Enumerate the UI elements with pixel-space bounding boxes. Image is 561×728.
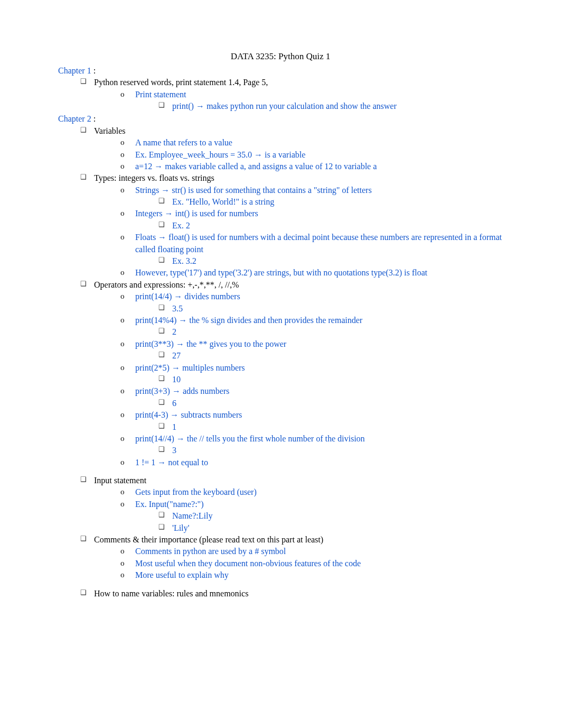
item-text: Operators and expressions: +,-,*,**, /, … bbox=[94, 279, 503, 291]
list-item: ❑ Variables bbox=[80, 125, 503, 137]
item-text: Input statement bbox=[94, 475, 503, 486]
list-item: o Comments in python are used by a # sym… bbox=[120, 546, 503, 557]
list-item: o a=12 → makes variable called a, and as… bbox=[120, 161, 503, 172]
list-item: ❑ 1 bbox=[158, 421, 503, 433]
item-text: print(2*5) → multiples numbers bbox=[135, 362, 503, 374]
list-item: o print(4-3) → subtracts numbers bbox=[120, 409, 503, 421]
list-item: o However, type('17') and type('3.2') ar… bbox=[120, 267, 503, 279]
list-item: ❑ Input statement bbox=[80, 475, 503, 486]
item-text: Strings → str() is used for something th… bbox=[135, 185, 503, 196]
square-bullet-icon: ❑ bbox=[80, 172, 85, 182]
circle-bullet-icon: o bbox=[120, 457, 126, 468]
list-item: ❑ Types: integers vs. floats vs. strings bbox=[80, 172, 503, 184]
item-text: Floats → float() is used for numbers wit… bbox=[135, 232, 503, 255]
square-bullet-icon: ❑ bbox=[158, 196, 163, 206]
list-item: o A name that refers to a value bbox=[120, 137, 503, 149]
square-bullet-icon: ❑ bbox=[158, 350, 163, 360]
list-item: o print(14/4) → divides numbers bbox=[120, 291, 503, 302]
list-item: ❑ Name?:Lily bbox=[158, 510, 503, 522]
item-text: Types: integers vs. floats vs. strings bbox=[94, 172, 503, 184]
square-bullet-icon: ❑ bbox=[158, 326, 163, 336]
list-item: ❑ 6 bbox=[158, 398, 503, 409]
item-text: Ex. Employee_week_hours = 35.0 → is a va… bbox=[135, 149, 503, 161]
item-text: More useful to explain why bbox=[135, 569, 503, 581]
item-text: print(3**3) → the ** gives you to the po… bbox=[135, 338, 503, 350]
item-text: Print statement bbox=[135, 89, 503, 100]
item-text: print(14//4) → the // tells you the firs… bbox=[135, 433, 503, 445]
square-bullet-icon: ❑ bbox=[158, 398, 163, 407]
list-item: ❑ Ex. 2 bbox=[158, 220, 503, 232]
colon: : bbox=[91, 66, 96, 75]
item-text: 10 bbox=[172, 374, 503, 385]
item-text: Ex. Input("name?:") bbox=[135, 499, 503, 510]
item-text: 6 bbox=[172, 398, 503, 409]
list-item: o print(14%4) → the % sign divides and t… bbox=[120, 315, 503, 326]
circle-bullet-icon: o bbox=[120, 89, 126, 100]
item-text: 27 bbox=[172, 350, 503, 362]
square-bullet-icon: ❑ bbox=[158, 255, 163, 265]
item-text: Comments in python are used by a # symbo… bbox=[135, 546, 503, 557]
item-text: Variables bbox=[94, 125, 503, 137]
list-item: o 1 != 1 → not equal to bbox=[120, 457, 503, 468]
list-item: o print(3**3) → the ** gives you to the … bbox=[120, 338, 503, 350]
list-item: ❑ 3 bbox=[158, 445, 503, 456]
item-text: 3 bbox=[172, 445, 503, 456]
item-text: Name?:Lily bbox=[172, 510, 503, 522]
colon: : bbox=[91, 114, 96, 123]
item-text: Ex. 3.2 bbox=[172, 255, 503, 267]
list-item: ❑ Ex. 3.2 bbox=[158, 255, 503, 267]
circle-bullet-icon: o bbox=[120, 486, 126, 497]
list-item: ❑ How to name variables: rules and mnemo… bbox=[80, 588, 503, 600]
circle-bullet-icon: o bbox=[120, 161, 126, 172]
page-title: DATA 3235: Python Quiz 1 bbox=[58, 50, 503, 63]
square-bullet-icon: ❑ bbox=[158, 445, 163, 454]
chapter-2-label: Chapter 2 bbox=[58, 114, 91, 123]
item-text: 1 != 1 → not equal to bbox=[135, 457, 503, 468]
circle-bullet-icon: o bbox=[120, 267, 126, 278]
circle-bullet-icon: o bbox=[120, 291, 126, 302]
square-bullet-icon: ❑ bbox=[158, 303, 163, 312]
circle-bullet-icon: o bbox=[120, 409, 126, 420]
item-text: 2 bbox=[172, 326, 503, 338]
chapter-2-heading: Chapter 2 : bbox=[58, 113, 503, 125]
square-bullet-icon: ❑ bbox=[158, 522, 163, 532]
square-bullet-icon: ❑ bbox=[80, 588, 85, 597]
list-item: o Integers → int() is used for numbers bbox=[120, 208, 503, 219]
square-bullet-icon: ❑ bbox=[158, 421, 163, 431]
list-item: o More useful to explain why bbox=[120, 569, 503, 581]
item-text: print() → makes python run your calculat… bbox=[172, 100, 503, 112]
item-text: Comments & their importance (please read… bbox=[94, 534, 503, 546]
square-bullet-icon: ❑ bbox=[80, 77, 85, 86]
circle-bullet-icon: o bbox=[120, 315, 126, 326]
item-text: 1 bbox=[172, 421, 503, 433]
list-item: o Print statement bbox=[120, 89, 503, 100]
circle-bullet-icon: o bbox=[120, 558, 126, 569]
item-text: print(14/4) → divides numbers bbox=[135, 291, 503, 302]
item-text: However, type('17') and type('3.2') are … bbox=[135, 267, 503, 279]
circle-bullet-icon: o bbox=[120, 185, 126, 196]
item-text: Ex. "Hello, World!" is a string bbox=[172, 196, 503, 208]
item-text: 'Lily' bbox=[172, 522, 503, 534]
list-item: ❑ 27 bbox=[158, 350, 503, 362]
circle-bullet-icon: o bbox=[120, 208, 126, 219]
chapter-1-heading: Chapter 1 : bbox=[58, 65, 503, 77]
square-bullet-icon: ❑ bbox=[158, 510, 163, 520]
circle-bullet-icon: o bbox=[120, 137, 126, 148]
list-item: ❑ 10 bbox=[158, 374, 503, 385]
list-item: ❑ 3.5 bbox=[158, 303, 503, 315]
list-item: o print(14//4) → the // tells you the fi… bbox=[120, 433, 503, 445]
item-text: print(3+3) → adds numbers bbox=[135, 385, 503, 397]
circle-bullet-icon: o bbox=[120, 499, 126, 510]
item-text: 3.5 bbox=[172, 303, 503, 315]
circle-bullet-icon: o bbox=[120, 433, 126, 444]
circle-bullet-icon: o bbox=[120, 149, 126, 160]
item-text: Integers → int() is used for numbers bbox=[135, 208, 503, 219]
circle-bullet-icon: o bbox=[120, 232, 126, 243]
list-item: ❑ Ex. "Hello, World!" is a string bbox=[158, 196, 503, 208]
item-text: Most useful when they document non-obvio… bbox=[135, 558, 503, 569]
square-bullet-icon: ❑ bbox=[80, 279, 85, 289]
item-text: Python reserved words, print statement 1… bbox=[94, 77, 503, 88]
list-item: o Floats → float() is used for numbers w… bbox=[120, 232, 503, 255]
item-text: A name that refers to a value bbox=[135, 137, 503, 149]
square-bullet-icon: ❑ bbox=[158, 220, 163, 229]
